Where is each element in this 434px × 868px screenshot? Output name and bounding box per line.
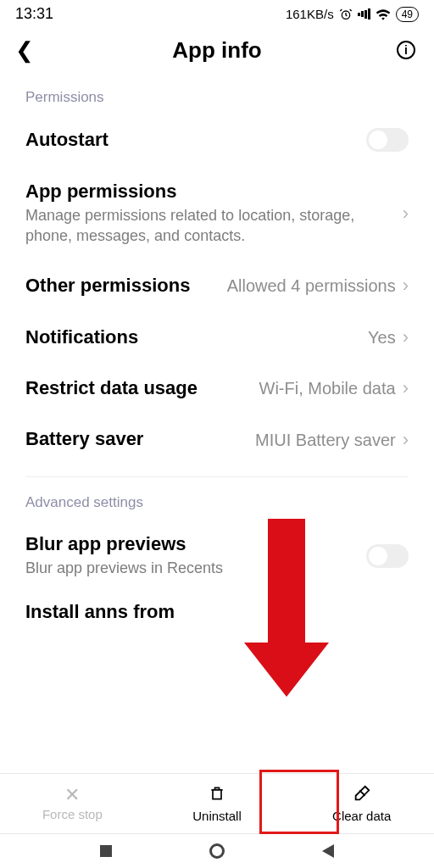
row-subtitle: Manage permissions related to location, … — [25, 206, 396, 246]
chevron-right-icon: › — [403, 326, 409, 348]
close-icon: ✕ — [64, 786, 80, 804]
status-bar: 13:31 161KB/s 49 — [0, 0, 434, 23]
settings-list: Autostart App permissions Manage permiss… — [0, 114, 434, 466]
eraser-icon — [352, 784, 372, 806]
row-app-permissions[interactable]: App permissions Manage permissions relat… — [25, 167, 409, 261]
back-button[interactable]: ❮ — [15, 37, 34, 64]
row-title: App permissions — [25, 181, 396, 203]
row-value: Yes — [368, 327, 396, 348]
battery-icon: 49 — [396, 7, 419, 22]
row-battery-saver[interactable]: Battery saver MIUI Battery saver › — [25, 415, 409, 465]
bottom-action-bar: ✕ Force stop Uninstall Clear data — [0, 773, 434, 834]
chevron-right-icon: › — [403, 377, 409, 399]
uninstall-button[interactable]: Uninstall — [145, 774, 290, 833]
row-value: Wi-Fi, Mobile data — [259, 378, 396, 398]
row-other-permissions[interactable]: Other permissions Allowed 4 permissions … — [25, 261, 409, 312]
toggle-blur-previews[interactable] — [366, 544, 409, 568]
button-label: Clear data — [332, 809, 391, 823]
row-title: Autostart — [25, 129, 366, 151]
row-title: Restrict data usage — [25, 377, 259, 399]
section-advanced-label: Advanced settings — [0, 482, 434, 520]
signal-icon — [358, 8, 370, 20]
force-stop-button[interactable]: ✕ Force stop — [0, 774, 145, 833]
status-time: 13:31 — [15, 5, 53, 23]
chevron-right-icon: › — [403, 203, 409, 225]
row-value: Allowed 4 permissions — [227, 275, 396, 296]
clear-data-button[interactable]: Clear data — [289, 774, 434, 833]
row-install-from[interactable]: Install anns from — [0, 601, 434, 623]
row-autostart[interactable]: Autostart — [25, 114, 409, 167]
row-title: Notifications — [25, 326, 368, 348]
status-net: 161KB/s — [286, 7, 334, 21]
button-label: Uninstall — [192, 809, 242, 823]
row-blur-previews[interactable]: Blur app previews Blur app previews in R… — [25, 520, 409, 594]
row-subtitle: Blur app previews in Recents — [25, 559, 366, 578]
home-button[interactable] — [209, 843, 225, 859]
row-title: Other permissions — [25, 275, 227, 297]
row-title: Battery saver — [25, 428, 255, 450]
row-title: Blur app previews — [25, 533, 366, 555]
trash-icon — [209, 784, 225, 806]
row-notifications[interactable]: Notifications Yes › — [25, 313, 409, 364]
info-button[interactable]: i — [397, 41, 415, 59]
settings-list-advanced: Blur app previews Blur app previews in R… — [0, 520, 434, 594]
row-value: MIUI Battery saver — [255, 430, 396, 450]
toggle-autostart[interactable] — [366, 128, 409, 152]
recents-button[interactable] — [100, 845, 112, 857]
section-permissions-label: Permissions — [0, 77, 434, 114]
button-label: Force stop — [42, 807, 103, 821]
alarm-icon — [339, 8, 353, 21]
back-nav-button[interactable] — [322, 844, 334, 858]
chevron-right-icon: › — [403, 275, 409, 297]
system-nav-bar — [0, 834, 434, 868]
wifi-icon — [376, 8, 391, 20]
row-restrict-data[interactable]: Restrict data usage Wi-Fi, Mobile data › — [25, 364, 409, 415]
chevron-right-icon: › — [403, 429, 409, 451]
divider — [25, 476, 409, 477]
page-title: App info — [172, 37, 261, 64]
status-right: 161KB/s 49 — [286, 7, 419, 22]
title-bar: ❮ App info i — [0, 23, 434, 77]
